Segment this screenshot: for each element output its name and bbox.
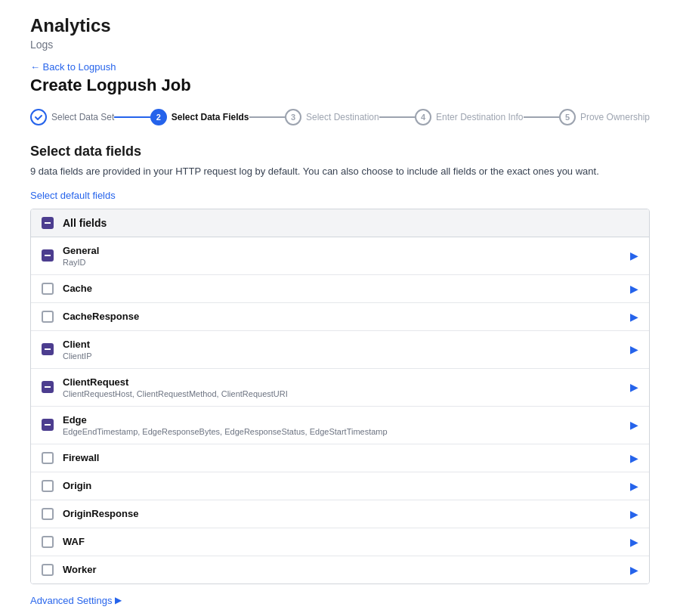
field-row-client-request[interactable]: ClientRequestClientRequestHost, ClientRe… xyxy=(31,369,649,407)
field-row-firewall[interactable]: Firewall▶ xyxy=(31,444,649,472)
field-row-waf[interactable]: WAF▶ xyxy=(31,528,649,556)
field-expand-icon-worker[interactable]: ▶ xyxy=(630,564,638,576)
step-label-2: Select Data Fields xyxy=(172,112,249,122)
app-header: Analytics Logs ← Back to Logpush Create … xyxy=(30,15,650,95)
step-3: 3Select Destination xyxy=(285,109,379,125)
field-subfields-edge: EdgeEndTimestamp, EdgeResponseBytes, Edg… xyxy=(63,427,624,436)
main-content: Select data fields 9 data fields are pro… xyxy=(30,144,650,606)
field-row-worker[interactable]: Worker▶ xyxy=(31,556,649,583)
step-circle-5: 5 xyxy=(559,109,576,125)
field-expand-icon-cache[interactable]: ▶ xyxy=(630,283,638,295)
field-subfields-client: ClientIP xyxy=(63,351,624,361)
field-expand-icon-origin[interactable]: ▶ xyxy=(630,480,638,492)
field-name-cache: Cache xyxy=(63,283,624,294)
field-row-client[interactable]: ClientClientIP▶ xyxy=(31,331,649,369)
back-link[interactable]: ← Back to Logpush xyxy=(30,61,116,73)
field-checkbox-cache-response[interactable] xyxy=(42,311,54,323)
field-expand-icon-firewall[interactable]: ▶ xyxy=(630,452,638,464)
step-circle-3: 3 xyxy=(285,109,301,125)
step-connector-3 xyxy=(379,116,415,118)
step-connector-2 xyxy=(249,116,285,118)
field-info-client: ClientClientIP xyxy=(63,339,624,361)
field-info-cache: Cache xyxy=(63,283,624,294)
field-row-cache[interactable]: Cache▶ xyxy=(31,275,649,303)
field-checkbox-client[interactable] xyxy=(42,343,54,355)
field-name-origin: Origin xyxy=(63,480,624,491)
step-connector-4 xyxy=(524,116,559,118)
all-fields-checkbox[interactable] xyxy=(42,217,54,229)
field-name-worker: Worker xyxy=(63,564,624,575)
field-checkbox-waf[interactable] xyxy=(42,536,54,548)
field-name-client-request: ClientRequest xyxy=(63,376,624,388)
field-subfields-client-request: ClientRequestHost, ClientRequestMethod, … xyxy=(63,389,624,398)
field-row-cache-response[interactable]: CacheResponse▶ xyxy=(31,303,649,331)
field-row-general[interactable]: GeneralRayID▶ xyxy=(31,237,649,275)
field-info-edge: EdgeEdgeEndTimestamp, EdgeResponseBytes,… xyxy=(63,414,624,436)
field-info-waf: WAF xyxy=(63,536,624,547)
page-wrapper: Analytics Logs ← Back to Logpush Create … xyxy=(0,0,680,616)
field-info-origin-response: OriginResponse xyxy=(63,508,624,519)
app-title: Analytics xyxy=(30,15,650,37)
step-circle-4: 4 xyxy=(415,109,431,125)
step-label-3: Select Destination xyxy=(306,112,379,122)
step-connector-1 xyxy=(114,116,150,118)
step-1: Select Data Set xyxy=(30,109,114,125)
field-info-general: GeneralRayID xyxy=(63,245,624,267)
step-4: 4Enter Destination Info xyxy=(415,109,523,125)
page-title: Create Logpush Job xyxy=(30,76,650,95)
advanced-settings-label: Advanced Settings xyxy=(30,595,112,606)
advanced-settings-link[interactable]: Advanced Settings ▶ xyxy=(30,595,122,606)
field-name-waf: WAF xyxy=(63,536,624,547)
field-expand-icon-waf[interactable]: ▶ xyxy=(630,536,638,548)
field-info-worker: Worker xyxy=(63,564,624,575)
field-expand-icon-general[interactable]: ▶ xyxy=(630,249,638,262)
field-checkbox-general[interactable] xyxy=(42,249,54,262)
section-desc: 9 data fields are provided in your HTTP … xyxy=(30,166,650,177)
step-5: 5Prove Ownership xyxy=(559,109,650,125)
field-info-origin: Origin xyxy=(63,480,624,491)
step-label-4: Enter Destination Info xyxy=(436,112,523,122)
field-info-client-request: ClientRequestClientRequestHost, ClientRe… xyxy=(63,376,624,398)
field-checkbox-cache[interactable] xyxy=(42,283,54,295)
advanced-settings-arrow-icon: ▶ xyxy=(115,595,122,605)
field-row-edge[interactable]: EdgeEdgeEndTimestamp, EdgeResponseBytes,… xyxy=(31,407,649,444)
field-name-origin-response: OriginResponse xyxy=(63,508,624,519)
field-name-cache-response: CacheResponse xyxy=(63,311,624,322)
step-circle-2: 2 xyxy=(150,109,167,125)
field-checkbox-origin[interactable] xyxy=(42,480,54,492)
field-name-general: General xyxy=(63,245,624,256)
table-header-label: All fields xyxy=(63,217,107,229)
field-checkbox-client-request[interactable] xyxy=(42,381,54,393)
field-expand-icon-edge[interactable]: ▶ xyxy=(630,419,638,431)
select-default-link[interactable]: Select default fields xyxy=(30,190,116,201)
field-expand-icon-origin-response[interactable]: ▶ xyxy=(630,508,638,520)
fields-list: GeneralRayID▶Cache▶CacheResponse▶ClientC… xyxy=(31,237,649,583)
field-checkbox-worker[interactable] xyxy=(42,564,54,576)
field-subfields-general: RayID xyxy=(63,258,624,267)
field-row-origin-response[interactable]: OriginResponse▶ xyxy=(31,500,649,528)
fields-table: All fields GeneralRayID▶Cache▶CacheRespo… xyxy=(30,209,650,584)
field-expand-icon-cache-response[interactable]: ▶ xyxy=(630,311,638,323)
app-subtitle: Logs xyxy=(30,39,650,51)
field-name-client: Client xyxy=(63,339,624,350)
field-info-firewall: Firewall xyxy=(63,452,624,463)
field-info-cache-response: CacheResponse xyxy=(63,311,624,322)
field-checkbox-origin-response[interactable] xyxy=(42,508,54,520)
field-checkbox-firewall[interactable] xyxy=(42,452,54,464)
step-2: 2Select Data Fields xyxy=(150,109,249,125)
stepper: Select Data Set2Select Data Fields3Selec… xyxy=(30,109,650,125)
field-expand-icon-client-request[interactable]: ▶ xyxy=(630,381,638,393)
field-name-firewall: Firewall xyxy=(63,452,624,463)
step-label-1: Select Data Set xyxy=(51,112,114,122)
section-title: Select data fields xyxy=(30,144,650,159)
step-circle-1 xyxy=(30,109,47,125)
field-checkbox-edge[interactable] xyxy=(42,419,54,431)
table-header-row: All fields xyxy=(31,209,649,237)
field-expand-icon-client[interactable]: ▶ xyxy=(630,343,638,355)
field-row-origin[interactable]: Origin▶ xyxy=(31,472,649,500)
field-name-edge: Edge xyxy=(63,414,624,426)
step-label-5: Prove Ownership xyxy=(580,112,650,122)
